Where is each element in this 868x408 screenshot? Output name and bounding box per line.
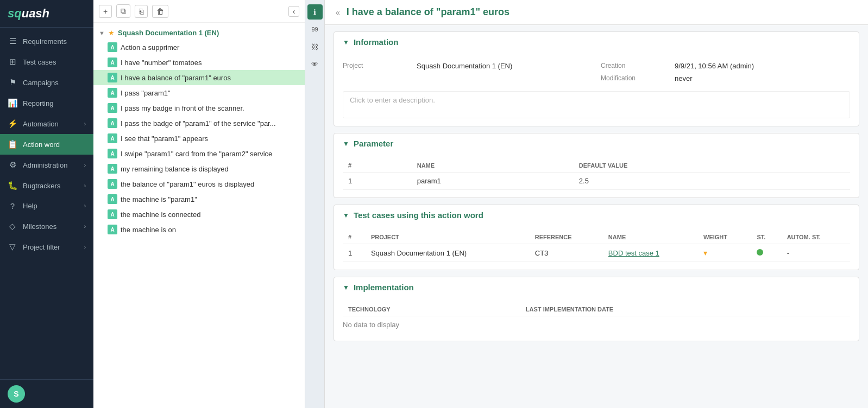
tree-item-1[interactable]: A I have "number" tomatoes [93,55,305,70]
campaigns-icon: ⚑ [8,78,17,87]
item-type-icon-0: A [108,42,117,52]
item-label-4: I pass my badge in front of the scanner. [121,104,244,112]
item-type-icon-12: A [108,225,117,234]
sidebar-item-help[interactable]: ? Help › [0,196,93,216]
parameter-table: # NAME DEFAULT VALUE 1 param1 2.5 [343,159,850,190]
add-button[interactable]: + [99,5,112,18]
sidebar-item-test-cases[interactable]: ⊞ Test cases [0,52,93,72]
tab-eye-button[interactable]: 👁 [307,56,323,72]
tree-content: ▼ ★ Squash Documentation 1 (EN) A Action… [93,23,305,408]
test-cases-section-header[interactable]: ▼ Test cases using this action word [334,205,859,225]
chevron-down-icon-tc: ▼ [343,212,349,219]
reporting-icon: 📊 [8,98,17,108]
tab-99-button[interactable]: 99 [307,22,323,37]
tab-link-button[interactable]: ⛓ [307,39,323,54]
tree-item-5[interactable]: A I pass the badge of "param1" of the se… [93,116,305,131]
sidebar-item-requirements[interactable]: ☰ Requirements [0,31,93,52]
star-icon: ★ [108,29,115,37]
tree-item-6[interactable]: A I see that "param1" appears [93,131,305,146]
tree-item-0[interactable]: A Action a supprimer [93,40,305,55]
chevron-right-icon-pf: › [84,244,86,250]
information-section-header[interactable]: ▼ Information [334,32,859,52]
param-row-name: param1 [412,173,574,190]
description-area[interactable]: Click to enter a description. [343,91,850,118]
tree-item-11[interactable]: A the machine is connected [93,207,305,222]
sidebar-footer: S [0,379,93,408]
information-section: ▼ Information Project Squash Documentati… [334,31,859,126]
delete-button[interactable]: 🗑 [152,5,168,18]
sidebar-nav: ☰ Requirements ⊞ Test cases ⚑ Campaigns … [0,28,93,379]
sidebar-item-administration[interactable]: ⚙ Administration › [0,155,93,175]
implementation-section-header[interactable]: ▼ Implementation [334,277,859,297]
sidebar-item-reporting[interactable]: 📊 Reporting [0,93,93,113]
chevron-right-icon-mile: › [84,224,86,229]
parameter-section-title: Parameter [354,139,393,148]
sidebar-item-milestones[interactable]: ◇ Milestones › [0,216,93,237]
tc-col-name: NAME [603,231,698,244]
sidebar-item-project-filter[interactable]: ▽ Project filter › [0,237,93,257]
parameter-section-header[interactable]: ▼ Parameter [334,133,859,154]
tc-col-project: PROJECT [366,231,530,244]
tree-root-label[interactable]: Squash Documentation 1 (EN) [118,29,219,37]
tree-item-8[interactable]: A my remaining balance is displayed [93,161,305,176]
no-data-label: No data to display [343,316,850,333]
tc-row-st [751,244,781,262]
creation-label: Creation [601,62,666,70]
sidebar-item-campaigns[interactable]: ⚑ Campaigns [0,72,93,93]
implementation-table: TECHNOLOGY LAST IMPLEMENTATION DATE [343,303,850,316]
tc-row-num: 1 [343,244,366,262]
collapse-detail-button[interactable]: « [336,8,340,17]
collapse-tree-button[interactable]: ‹ [288,6,299,17]
impl-col-technology: TECHNOLOGY [343,303,520,316]
item-label-12: the machine is on [121,226,176,234]
item-label-11: the machine is connected [121,211,200,219]
item-type-icon-1: A [108,58,117,67]
tree-panel: + ⧉ ⎗ 🗑 ‹ ▼ ★ Squash Documentation 1 (EN… [93,0,305,408]
expand-icon[interactable]: ▼ [99,30,105,36]
administration-icon: ⚙ [8,160,17,170]
sidebar-item-action-word[interactable]: 📋 Action word [0,134,93,155]
avatar[interactable]: S [8,385,25,403]
sidebar-item-automation[interactable]: ⚡ Automation › [0,113,93,134]
tree-item-10[interactable]: A the machine is "param1" [93,192,305,207]
tree-item-12[interactable]: A the machine is on [93,222,305,237]
tab-info-button[interactable]: ℹ [307,4,323,20]
logo: squash [0,0,93,28]
tree-item-9[interactable]: A the balance of "param1" euros is displ… [93,176,305,192]
tree-root: ▼ ★ Squash Documentation 1 (EN) [93,26,305,40]
content-header: « I have a balance of "param1" euros [325,0,868,25]
tree-item-3[interactable]: A I pass "param1" [93,85,305,100]
modification-label: Modification [601,74,666,82]
tc-row-weight: ▾ [698,244,751,262]
param-col-name: NAME [412,159,574,173]
tc-row-autom-st: - [782,244,850,262]
item-label-0: Action a supprimer [121,43,179,52]
tc-row-reference: CT3 [530,244,603,262]
implementation-section-title: Implementation [354,283,414,292]
chevron-down-icon-info: ▼ [343,39,349,46]
tree-item-7[interactable]: A I swipe "param1" card from the "param2… [93,146,305,161]
tc-row-name: BDD test case 1 [603,244,698,262]
copy-button[interactable]: ⧉ [116,4,130,18]
weight-chevron-icon: ▾ [703,248,707,257]
item-type-icon-9: A [108,179,117,189]
sidebar-item-bugtrackers[interactable]: 🐛 Bugtrackers › [0,175,93,196]
item-label-9: the balance of "param1" euros is display… [121,180,254,188]
item-label-2: I have a balance of "param1" euros [121,74,231,82]
requirements-icon: ☰ [8,36,17,46]
chevron-down-icon-impl: ▼ [343,284,349,291]
information-section-body: Project Squash Documentation 1 (EN) Crea… [334,52,859,126]
item-label-5: I pass the badge of "param1" of the serv… [121,119,276,127]
item-type-icon-2: A [108,73,117,82]
description-placeholder: Click to enter a description. [350,96,435,104]
parameter-section: ▼ Parameter # NAME DEFAULT VALUE 1 param… [334,133,859,198]
tree-item-2[interactable]: A I have a balance of "param1" euros [93,70,305,85]
chevron-down-icon-param: ▼ [343,140,349,148]
parameter-section-body: # NAME DEFAULT VALUE 1 param1 2.5 [334,154,859,197]
item-type-icon-5: A [108,118,117,128]
param-col-default: DEFAULT VALUE [574,159,850,173]
tree-item-4[interactable]: A I pass my badge in front of the scanne… [93,100,305,116]
test-cases-section-title: Test cases using this action word [354,211,483,220]
paste-button[interactable]: ⎗ [135,5,148,18]
test-cases-table: # PROJECT REFERENCE NAME WEIGHT ST. AUTO… [343,231,850,262]
